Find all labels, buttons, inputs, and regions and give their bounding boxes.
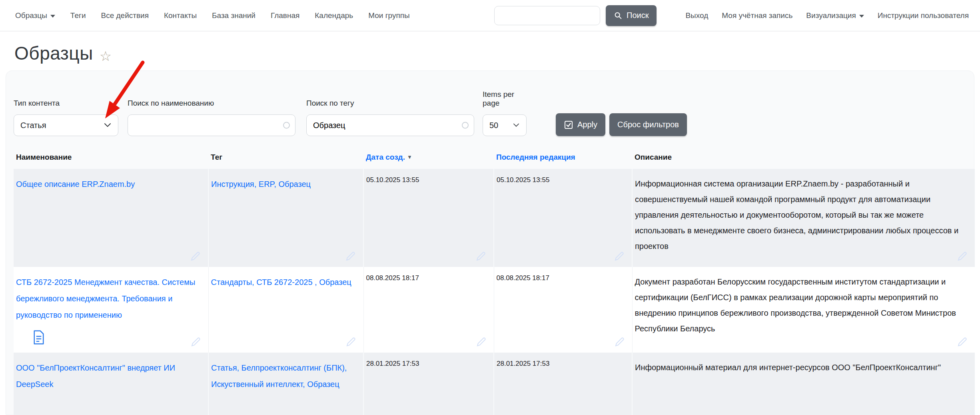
nav-item-my-groups[interactable]: Мои группы <box>368 11 410 20</box>
global-search-input[interactable] <box>494 6 600 25</box>
edit-pencil-icon[interactable] <box>956 250 968 262</box>
cell-created-date: 28.01.2025 17:53 <box>363 353 494 415</box>
search-name-input[interactable] <box>128 114 295 136</box>
column-header-last-edit[interactable]: Последняя редакция <box>494 146 632 169</box>
edit-pencil-icon[interactable] <box>613 250 625 262</box>
cell-description: Документ разработан Белорусским государс… <box>632 267 975 353</box>
tag-link[interactable]: Искуственный интеллект <box>211 380 303 389</box>
search-name-label: Поиск по наименованию <box>128 99 295 108</box>
edit-pencil-icon[interactable] <box>475 250 487 262</box>
clear-circle-icon[interactable] <box>462 122 469 129</box>
cell-name: Общее описание ERP.Znaem.by <box>14 169 208 267</box>
nav-item-home[interactable]: Главная <box>271 11 299 20</box>
search-button-label: Поиск <box>627 11 649 20</box>
table-row: ООО "БелПроектКонсалтинг" внедряет ИИ De… <box>14 353 975 415</box>
tag-link[interactable]: Стандарты <box>211 278 252 287</box>
nav-item-my-account[interactable]: Моя учётная запись <box>722 11 792 20</box>
column-header-tag: Тег <box>208 146 363 169</box>
edit-pencil-icon[interactable] <box>345 336 357 348</box>
tag-link[interactable]: Статья <box>211 363 237 372</box>
tag-link[interactable]: СТБ 2672-2025 <box>256 278 315 287</box>
sort-desc-icon: ▼ <box>407 154 412 160</box>
cell-edited-date: 05.10.2025 13:55 <box>494 169 632 267</box>
nav-item-logout[interactable]: Выход <box>685 11 708 20</box>
table-row: Общее описание ERP.Znaem.by Инструкция, … <box>14 169 975 267</box>
nav-item-visualization[interactable]: Визуализация <box>806 11 864 20</box>
column-header-name: Наименование <box>14 146 208 169</box>
content-type-select[interactable]: Статья <box>14 114 118 136</box>
column-header-created[interactable]: Дата созд.▼ <box>363 146 494 169</box>
cell-created-date: 08.08.2025 18:17 <box>363 267 494 353</box>
cell-description: Информационная система организации ERP.Z… <box>632 169 975 267</box>
nav-item-user-instructions[interactable]: Инструкции пользователя <box>878 11 969 20</box>
content-panel: Тип контента Статья Поиск по наименовани… <box>6 70 974 415</box>
nav-item-calendar[interactable]: Календарь <box>315 11 353 20</box>
nav-item-tags[interactable]: Теги <box>70 11 86 20</box>
checkbox-checked-icon <box>564 120 573 130</box>
sample-title-link[interactable]: Общее описание ERP.Znaem.by <box>16 180 135 188</box>
caret-down-icon <box>859 15 864 18</box>
reset-filters-label: Сброс фильтров <box>617 120 679 129</box>
tag-link[interactable]: Образец <box>307 380 339 389</box>
caret-down-icon <box>50 15 55 18</box>
cell-tags: Статья, Белпроектконсалтинг (БПК), Искус… <box>208 353 363 415</box>
chevron-down-icon <box>104 123 111 127</box>
filter-bar: Тип контента Статья Поиск по наименовани… <box>14 90 974 136</box>
reset-filters-button[interactable]: Сброс фильтров <box>609 113 687 136</box>
items-per-page-value: 50 <box>489 121 498 130</box>
search-tag-input[interactable] <box>306 114 474 136</box>
items-per-page-label: Items per page <box>483 90 527 108</box>
cell-name: СТБ 2672-2025 Менеджмент качества. Систе… <box>14 267 208 353</box>
edit-pencil-icon[interactable] <box>475 336 487 348</box>
search-tag-label: Поиск по тегу <box>306 99 474 108</box>
items-per-page-select[interactable]: 50 <box>483 114 527 136</box>
content-type-label: Тип контента <box>14 99 118 108</box>
column-header-description: Описание <box>632 146 975 169</box>
clear-circle-icon[interactable] <box>283 122 290 129</box>
apply-button-label: Apply <box>577 120 597 129</box>
edit-pencil-icon[interactable] <box>956 336 968 348</box>
cell-tags: Стандарты, СТБ 2672-2025 , Образец <box>208 267 363 353</box>
content-type-value: Статья <box>20 121 46 130</box>
table-row: СТБ 2672-2025 Менеджмент качества. Систе… <box>14 267 975 353</box>
sample-title-link[interactable]: СТБ 2672-2025 Менеджмент качества. Систе… <box>16 278 195 319</box>
sample-title-link[interactable]: ООО "БелПроектКонсалтинг" внедряет ИИ De… <box>16 363 175 389</box>
chevron-down-icon <box>513 123 519 127</box>
edit-pencil-icon[interactable] <box>345 250 357 262</box>
nav-item-visualization-label: Визуализация <box>806 11 856 20</box>
tag-link[interactable]: Образец <box>319 278 351 287</box>
nav-item-all-actions[interactable]: Все действия <box>101 11 149 20</box>
top-navbar: Образцы Теги Все действия Контакты База … <box>0 0 980 31</box>
tag-link[interactable]: ERP <box>259 180 274 188</box>
favorite-star-icon[interactable]: ☆ <box>100 48 112 64</box>
nav-item-knowledge-base[interactable]: База знаний <box>212 11 255 20</box>
nav-item-samples-label: Образцы <box>15 11 47 20</box>
tag-link[interactable]: Образец <box>278 180 311 188</box>
nav-item-samples[interactable]: Образцы <box>15 11 55 20</box>
cell-created-date: 05.10.2025 13:55 <box>363 169 494 267</box>
edit-pencil-icon[interactable] <box>190 336 202 348</box>
cell-edited-date: 08.08.2025 18:17 <box>494 267 632 353</box>
document-icon[interactable] <box>33 330 45 345</box>
samples-table: Наименование Тег Дата созд.▼ Последняя р… <box>14 146 975 415</box>
tag-link[interactable]: Инструкция <box>211 180 254 188</box>
tag-link[interactable]: Белпроектконсалтинг (БПК) <box>242 363 345 372</box>
apply-button[interactable]: Apply <box>556 113 605 136</box>
cell-description: Информационный материал для интернет-рес… <box>632 353 975 415</box>
edit-pencil-icon[interactable] <box>190 250 202 262</box>
search-button[interactable]: Поиск <box>606 5 657 26</box>
nav-item-contacts[interactable]: Контакты <box>164 11 197 20</box>
page-title: Образцы <box>14 42 93 64</box>
search-icon <box>614 11 623 20</box>
edit-pencil-icon[interactable] <box>614 336 626 348</box>
column-header-created-label: Дата созд. <box>366 153 405 161</box>
cell-name: ООО "БелПроектКонсалтинг" внедряет ИИ De… <box>14 353 208 415</box>
cell-edited-date: 28.01.2025 17:53 <box>494 353 632 415</box>
cell-tags: Инструкция, ERP, Образец <box>208 169 363 267</box>
